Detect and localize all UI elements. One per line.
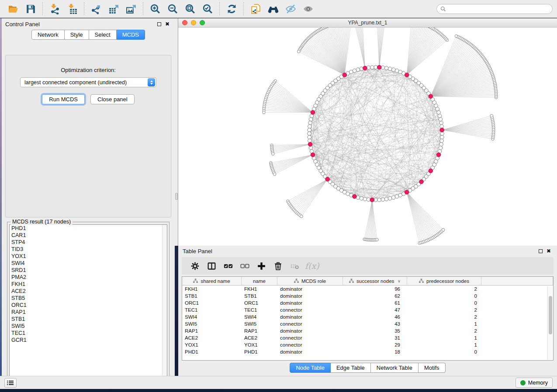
panel-divider[interactable] — [175, 18, 178, 246]
mcds-result-item[interactable]: YOX1 — [10, 253, 167, 260]
column-header-shared-name[interactable]: shared name — [182, 277, 242, 285]
network-node[interactable] — [440, 135, 444, 139]
mcds-result-item[interactable]: SWI4 — [10, 260, 167, 267]
network-node[interactable] — [395, 69, 399, 73]
mcds-hub-node[interactable] — [343, 73, 347, 77]
tab-select[interactable]: Select — [89, 30, 117, 40]
table-row[interactable]: STB1STB1dominator620 — [182, 292, 553, 299]
mcds-result-item[interactable]: FKH1 — [10, 281, 167, 288]
deselect-all-button[interactable] — [238, 259, 252, 273]
mcds-hub-node[interactable] — [353, 194, 357, 199]
mcds-result-item[interactable]: PMA2 — [10, 274, 167, 281]
mcds-result-item[interactable]: ACE2 — [10, 288, 167, 295]
network-node[interactable] — [391, 196, 395, 199]
mcds-hub-node[interactable] — [419, 180, 424, 184]
mcds-hub-node[interactable] — [308, 142, 312, 147]
copy-share-button[interactable] — [247, 1, 264, 16]
table-row[interactable]: PHD1PHD1dominator180 — [182, 348, 553, 355]
mcds-hub-node[interactable] — [377, 65, 381, 69]
column-header-MCDS-role[interactable]: MCDS role — [277, 277, 343, 285]
network-node[interactable] — [360, 196, 363, 200]
mcds-result-item[interactable]: SRD1 — [10, 267, 167, 274]
column-header-name[interactable]: name — [242, 277, 277, 285]
mcds-hub-node[interactable] — [405, 73, 409, 77]
network-node[interactable] — [388, 67, 392, 71]
memory-button[interactable]: Memory — [515, 378, 553, 388]
mcds-hub-node[interactable] — [311, 153, 315, 157]
network-leaf-node[interactable] — [442, 228, 445, 231]
function-builder-button[interactable]: f(x) — [305, 261, 319, 271]
network-node[interactable] — [370, 65, 374, 69]
optimization-criterion-select[interactable]: largest connected component (undirected) — [20, 77, 156, 87]
network-node[interactable] — [384, 66, 388, 70]
network-node[interactable] — [309, 117, 313, 121]
tab-motifs[interactable]: Motifs — [419, 363, 446, 373]
table-row[interactable]: RAP1RAP1dominator352 — [182, 327, 553, 334]
mcds-result-item[interactable]: TEC1 — [10, 330, 167, 337]
tab-node-table[interactable]: Node Table — [290, 363, 331, 373]
network-node[interactable] — [308, 128, 311, 132]
mcds-result-list[interactable]: PHD1CAR1STP4TID3YOX1SWI4SRD1PMA2FKH1ACE2… — [9, 224, 167, 382]
mcds-result-item[interactable]: PHD1 — [10, 225, 167, 232]
network-node[interactable] — [388, 196, 392, 200]
mcds-hub-node[interactable] — [311, 110, 315, 115]
mcds-hub-node[interactable] — [436, 153, 441, 157]
network-node[interactable] — [308, 124, 312, 128]
network-node[interactable] — [439, 146, 443, 150]
tab-mcds[interactable]: MCDS — [117, 30, 145, 40]
open-file-button[interactable] — [4, 1, 22, 16]
task-history-button[interactable] — [4, 378, 17, 388]
mcds-hub-node[interactable] — [429, 169, 433, 173]
network-node[interactable] — [391, 68, 395, 72]
zoom-out-button[interactable] — [164, 1, 181, 16]
table-row[interactable]: TEC1TEC1connector472 — [182, 306, 553, 313]
zoom-selected-button[interactable] — [199, 1, 216, 16]
mcds-hub-node[interactable] — [325, 177, 330, 182]
float-panel-icon[interactable] — [157, 22, 161, 26]
list-scrollbar[interactable] — [162, 225, 167, 382]
network-node[interactable] — [439, 142, 443, 146]
hide-selected-button[interactable] — [282, 1, 299, 16]
network-node[interactable] — [308, 121, 312, 125]
mcds-hub-node[interactable] — [405, 190, 409, 194]
refresh-view-button[interactable] — [223, 1, 240, 16]
network-node[interactable] — [439, 121, 443, 125]
tab-network[interactable]: Network — [31, 30, 65, 40]
delete-rows-button[interactable] — [271, 259, 285, 273]
network-leaf-node[interactable] — [490, 114, 493, 117]
network-node[interactable] — [440, 139, 444, 143]
table-scrollbar[interactable] — [547, 286, 553, 360]
column-header-successor-nodes[interactable]: successor nodes∨ — [343, 277, 407, 285]
run-mcds-button[interactable]: Run MCDS — [42, 94, 85, 104]
network-node[interactable] — [356, 68, 360, 72]
network-leaf-node[interactable] — [263, 111, 266, 114]
network-graph-canvas[interactable] — [178, 28, 557, 245]
table-row[interactable]: YOX1YOX1connector291 — [182, 341, 553, 348]
export-network-button[interactable] — [87, 1, 105, 16]
search-network-button[interactable] — [264, 1, 282, 16]
close-panel-button[interactable]: Close panel — [90, 94, 135, 104]
save-session-button[interactable] — [22, 1, 39, 16]
mcds-hub-node[interactable] — [363, 66, 367, 70]
show-all-button[interactable] — [299, 1, 317, 16]
create-column-button[interactable] — [254, 259, 268, 273]
close-table-panel-icon[interactable]: ✖ — [547, 248, 551, 254]
network-node[interactable] — [438, 114, 442, 118]
table-row[interactable]: ACE2ACE2connector311 — [182, 334, 553, 341]
show-columns-button[interactable] — [204, 259, 218, 273]
tab-style[interactable]: Style — [65, 30, 89, 40]
zoom-in-button[interactable] — [146, 1, 164, 16]
mcds-hub-node[interactable] — [429, 94, 433, 99]
network-node[interactable] — [381, 198, 385, 202]
export-image-button[interactable] — [122, 1, 140, 16]
mcds-result-item[interactable]: ORC1 — [10, 302, 167, 309]
close-panel-icon[interactable]: ✖ — [165, 21, 170, 27]
network-node[interactable] — [308, 132, 311, 136]
mcds-hub-node[interactable] — [440, 128, 444, 132]
network-window-titlebar[interactable]: YPA_prune.txt_1 — [178, 18, 557, 28]
select-all-button[interactable] — [221, 259, 235, 273]
mcds-result-item[interactable]: STB5 — [10, 295, 167, 302]
network-leaf-node[interactable] — [273, 173, 276, 176]
import-network-button[interactable] — [46, 1, 63, 16]
mcds-result-item[interactable]: TID3 — [10, 246, 167, 253]
